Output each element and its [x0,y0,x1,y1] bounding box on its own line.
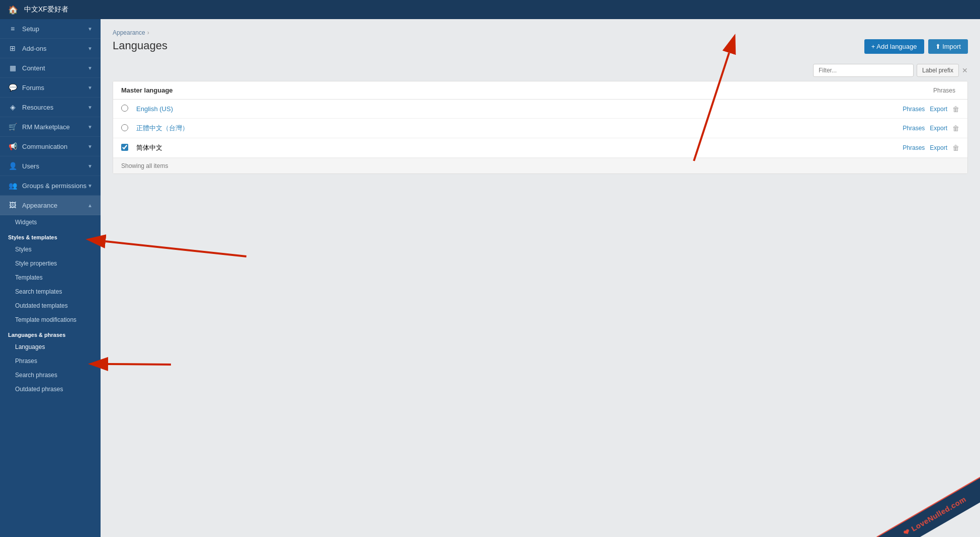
resources-icon: ◈ [8,103,17,111]
setup-icon: ≡ [8,25,17,33]
sidebar-item-label: Communication [22,143,67,150]
sidebar-subitem-outdated-phrases[interactable]: Outdated phrases [0,382,101,396]
table-footer: Showing all items [113,158,967,173]
sidebar-section-languages-phrases: Languages & phrases [0,327,101,340]
table-row: English (US) Phrases Export 🗑 [113,100,967,119]
sidebar-subitem-phrases[interactable]: Phrases [0,354,101,368]
sidebar-item-label: Resources [22,104,53,111]
rm-marketplace-icon: 🛒 [8,123,17,131]
simplified-chinese-phrases-link[interactable]: Phrases [903,144,925,151]
row-name-english: English (US) [136,105,903,113]
communication-icon: 📢 [8,142,17,150]
main-content: Appearance › Languages + Add language ⬆ … [101,19,980,537]
traditional-chinese-delete-icon[interactable]: 🗑 [952,124,959,132]
page-title: Languages [113,39,167,52]
chevron-down-icon: ▼ [87,144,93,149]
sidebar-item-label: Forums [22,84,44,92]
chevron-down-icon: ▼ [87,65,93,71]
simplified-chinese-delete-icon[interactable]: 🗑 [952,144,959,152]
clear-filter-icon[interactable]: ✕ [962,66,968,74]
table-phrases-col-header: Phrases [933,87,955,94]
sidebar-item-label: Users [22,162,39,170]
import-button[interactable]: ⬆ Import [928,39,968,54]
chevron-down-icon: ▼ [87,163,93,169]
english-phrases-link[interactable]: Phrases [903,106,925,113]
addons-icon: ⊞ [8,44,17,52]
topbar: 🏠 中文XF爱好者 [0,0,980,19]
row-radio-english[interactable] [121,105,128,113]
row-actions-simplified-chinese: Phrases Export 🗑 [903,144,959,152]
sidebar-item-forums[interactable]: 💬 Forums ▼ [0,78,101,98]
sidebar-item-label: Groups & permissions [22,182,86,190]
english-export-link[interactable]: Export [930,106,947,113]
chevron-down-icon: ▼ [87,26,93,32]
home-icon[interactable]: 🏠 [8,5,18,15]
traditional-chinese-phrases-link[interactable]: Phrases [903,125,925,132]
appearance-icon: 🖼 [8,201,17,209]
sidebar-item-users[interactable]: 👤 Users ▼ [0,156,101,176]
sidebar-item-label: Add-ons [22,45,46,52]
english-delete-icon[interactable]: 🗑 [952,105,959,113]
sidebar-subitem-styles[interactable]: Styles [0,242,101,256]
chevron-down-icon: ▼ [87,183,93,189]
table-header: Master language Phrases [113,81,967,100]
languages-table: Master language Phrases English (US) Phr… [113,81,968,174]
table-row: 正體中文（台灣） Phrases Export 🗑 [113,119,967,138]
row-name-traditional-chinese: 正體中文（台灣） [136,124,903,133]
content-icon: ▦ [8,64,17,72]
simplified-chinese-export-link[interactable]: Export [930,144,947,151]
sidebar-subitem-style-properties[interactable]: Style properties [0,256,101,271]
row-actions-english: Phrases Export 🗑 [903,105,959,113]
groups-icon: 👥 [8,182,17,190]
chevron-down-icon: ▼ [87,105,93,110]
row-radio-traditional-chinese[interactable] [121,124,128,133]
sidebar-subitem-outdated-templates[interactable]: Outdated templates [0,299,101,313]
sidebar-item-label: Content [22,64,45,72]
label-prefix-button[interactable]: Label prefix [917,64,959,77]
chevron-down-icon: ▼ [87,124,93,130]
sidebar: ≡ Setup ▼ ⊞ Add-ons ▼ ▦ Content ▼ 💬 Foru… [0,19,101,537]
table-row: 简体中文 Phrases Export 🗑 [113,138,967,158]
table-master-language-header: Master language [121,86,173,94]
sidebar-item-label: Setup [22,25,39,33]
sidebar-subitem-search-templates[interactable]: Search templates [0,285,101,299]
page-header: Languages + Add language ⬆ Import [113,39,968,54]
sidebar-item-label: Appearance [22,202,57,209]
users-icon: 👤 [8,162,17,170]
sidebar-item-rm-marketplace[interactable]: 🛒 RM Marketplace ▼ [0,117,101,137]
filter-input[interactable] [813,64,914,77]
filter-bar: Label prefix ✕ [113,64,968,77]
sidebar-subitem-widgets[interactable]: Widgets [0,215,101,229]
traditional-chinese-link[interactable]: 正體中文（台灣） [136,124,189,132]
sidebar-section-styles-templates: Styles & templates [0,229,101,242]
sidebar-subitem-template-modifications[interactable]: Template modifications [0,313,101,327]
sidebar-subitem-templates[interactable]: Templates [0,271,101,285]
sidebar-subitem-search-phrases[interactable]: Search phrases [0,368,101,382]
page-actions: + Add language ⬆ Import [864,39,968,54]
site-title: 中文XF爱好者 [24,5,68,14]
chevron-down-icon: ▼ [87,46,93,51]
breadcrumb-separator: › [147,29,149,36]
row-checkbox-simplified-chinese[interactable] [121,144,128,152]
forums-icon: 💬 [8,83,17,92]
breadcrumb: Appearance › [113,29,968,36]
sidebar-item-label: RM Marketplace [22,123,70,131]
chevron-down-icon: ▼ [87,85,93,91]
sidebar-item-communication[interactable]: 📢 Communication ▼ [0,137,101,156]
sidebar-item-groups[interactable]: 👥 Groups & permissions ▼ [0,176,101,196]
traditional-chinese-export-link[interactable]: Export [930,125,947,132]
sidebar-item-content[interactable]: ▦ Content ▼ [0,58,101,78]
english-us-link[interactable]: English (US) [136,105,173,113]
sidebar-item-appearance[interactable]: 🖼 Appearance ▲ [0,196,101,215]
row-actions-traditional-chinese: Phrases Export 🗑 [903,124,959,132]
chevron-up-icon: ▲ [87,203,93,208]
sidebar-subitem-languages[interactable]: Languages [0,340,101,354]
sidebar-item-setup[interactable]: ≡ Setup ▼ [0,19,101,39]
sidebar-item-resources[interactable]: ◈ Resources ▼ [0,98,101,117]
row-name-simplified-chinese: 简体中文 [136,143,903,152]
add-language-button[interactable]: + Add language [864,39,924,54]
sidebar-item-addons[interactable]: ⊞ Add-ons ▼ [0,39,101,58]
breadcrumb-appearance[interactable]: Appearance [113,29,145,36]
